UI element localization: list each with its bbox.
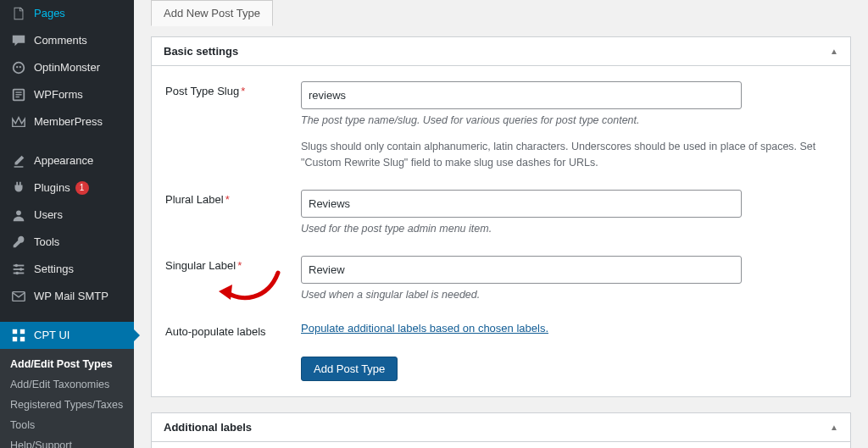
sidebar-item-memberpress[interactable]: MemberPress: [0, 108, 134, 136]
field-label: Auto-populate labels: [165, 322, 301, 338]
menu-label: Appearance: [34, 154, 93, 168]
menu-label: MemberPress: [34, 115, 103, 129]
required-mark: *: [225, 193, 230, 206]
svg-rect-5: [15, 94, 21, 95]
submenu-add-edit-post-types[interactable]: Add/Edit Post Types: [0, 354, 134, 374]
caret-up-icon: ▲: [830, 47, 838, 56]
panel-body: Post Type Description: [152, 442, 850, 448]
cpt-icon: [10, 328, 27, 343]
plural-label-input[interactable]: [301, 190, 742, 218]
svg-point-1: [16, 66, 18, 68]
field-auto-populate: Auto-populate labels Populate additional…: [165, 322, 837, 338]
populate-labels-link[interactable]: Populate additional labels based on chos…: [301, 322, 548, 335]
pages-icon: [10, 6, 27, 21]
panel-header-additional[interactable]: Additional labels ▲: [152, 413, 850, 442]
menu-label: Settings: [34, 263, 74, 276]
sidebar-item-users[interactable]: Users: [0, 202, 134, 229]
sidebar-item-wpmailsmtp[interactable]: WP Mail SMTP: [0, 283, 134, 310]
field-label: Post Type Slug*: [165, 81, 301, 97]
field-control: Used for the post type admin menu item.: [301, 190, 793, 237]
menu-label: WP Mail SMTP: [34, 290, 108, 303]
submit-row: Add Post Type: [165, 357, 837, 381]
admin-menu: Pages Comments OptinMonster WPForms Memb…: [0, 0, 134, 349]
help-text: Used for the post type admin menu item.: [301, 221, 793, 237]
sidebar-item-settings[interactable]: Settings: [0, 256, 134, 283]
field-control: Used when a singular label is needed.: [301, 256, 793, 303]
panel-body: Post Type Slug* The post type name/slug.…: [152, 66, 850, 396]
sidebar-item-comments[interactable]: Comments: [0, 27, 134, 54]
plugins-icon: [10, 180, 27, 196]
panel-basic-settings: Basic settings ▲ Post Type Slug* The pos…: [151, 36, 851, 397]
menu-separator: [0, 310, 134, 322]
menu-label: Plugins: [34, 181, 70, 195]
menu-label: Comments: [34, 34, 87, 47]
singular-label-input[interactable]: [301, 256, 742, 284]
svg-rect-4: [15, 91, 21, 92]
cptui-submenu: Add/Edit Post Types Add/Edit Taxonomies …: [0, 349, 134, 448]
field-singular-label: Singular Label* Used when a singular lab…: [165, 256, 837, 303]
panel-title: Basic settings: [164, 45, 238, 58]
update-badge: 1: [75, 181, 89, 195]
field-label: Singular Label*: [165, 256, 301, 272]
required-mark: *: [237, 259, 242, 272]
panel-title: Additional labels: [164, 421, 252, 434]
sidebar-item-appearance[interactable]: Appearance: [0, 147, 134, 174]
wpforms-icon: [10, 87, 27, 102]
caret-up-icon: ▲: [830, 423, 838, 432]
svg-point-7: [16, 210, 21, 215]
field-post-type-slug: Post Type Slug* The post type name/slug.…: [165, 81, 837, 171]
users-icon: [10, 207, 27, 223]
post-type-slug-input[interactable]: [301, 81, 742, 109]
submenu-registered-types[interactable]: Registered Types/Taxes: [0, 395, 134, 415]
main-content: Add New Post Type Basic settings ▲ Post …: [134, 0, 868, 448]
menu-label: WPForms: [34, 88, 83, 102]
svg-rect-18: [20, 337, 25, 341]
svg-rect-15: [13, 329, 17, 334]
memberpress-icon: [10, 114, 27, 130]
field-label: Plural Label*: [165, 190, 301, 206]
field-plural-label: Plural Label* Used for the post type adm…: [165, 190, 837, 237]
help-text: Used when a singular label is needed.: [301, 287, 793, 303]
menu-separator: [0, 136, 134, 147]
submenu-add-edit-taxonomies[interactable]: Add/Edit Taxonomies: [0, 374, 134, 395]
menu-label: CPT UI: [34, 329, 70, 342]
svg-rect-17: [13, 337, 17, 341]
help-text: Slugs should only contain alphanumeric, …: [301, 139, 837, 171]
tools-icon: [10, 235, 27, 250]
svg-point-13: [15, 272, 19, 275]
optinmonster-icon: [10, 60, 27, 75]
sidebar-item-pages[interactable]: Pages: [0, 0, 134, 27]
field-control: The post type name/slug. Used for variou…: [301, 81, 837, 171]
tab-add-new-post-type[interactable]: Add New Post Type: [151, 0, 273, 26]
submenu-help-support[interactable]: Help/Support: [0, 435, 134, 448]
menu-label: Users: [34, 208, 63, 222]
required-mark: *: [241, 85, 245, 97]
sidebar-item-optinmonster[interactable]: OptinMonster: [0, 54, 134, 81]
panel-header-basic[interactable]: Basic settings ▲: [152, 37, 850, 66]
mail-icon: [10, 289, 27, 304]
field-control: Populate additional labels based on chos…: [301, 322, 793, 335]
panel-additional-labels: Additional labels ▲ Post Type Descriptio…: [151, 412, 851, 448]
svg-point-12: [19, 268, 23, 271]
menu-label: Tools: [34, 235, 59, 249]
tabs: Add New Post Type: [151, 0, 851, 26]
sidebar-item-cptui[interactable]: CPT UI: [0, 322, 134, 349]
sidebar-item-wpforms[interactable]: WPForms: [0, 81, 134, 108]
menu-label: Pages: [34, 7, 65, 20]
menu-label: OptinMonster: [34, 61, 100, 75]
field-control: Add Post Type: [301, 357, 793, 381]
help-text: The post type name/slug. Used for variou…: [301, 113, 837, 129]
comments-icon: [10, 33, 27, 48]
add-post-type-button[interactable]: Add Post Type: [301, 357, 398, 381]
sidebar-item-tools[interactable]: Tools: [0, 229, 134, 256]
svg-point-2: [19, 66, 21, 68]
svg-rect-6: [15, 97, 19, 97]
svg-rect-16: [20, 329, 25, 334]
svg-point-0: [14, 63, 25, 74]
svg-point-11: [15, 264, 19, 268]
settings-icon: [10, 262, 27, 277]
submenu-tools[interactable]: Tools: [0, 415, 134, 435]
admin-sidebar: Pages Comments OptinMonster WPForms Memb…: [0, 0, 134, 448]
appearance-icon: [10, 153, 27, 169]
sidebar-item-plugins[interactable]: Plugins 1: [0, 174, 134, 202]
